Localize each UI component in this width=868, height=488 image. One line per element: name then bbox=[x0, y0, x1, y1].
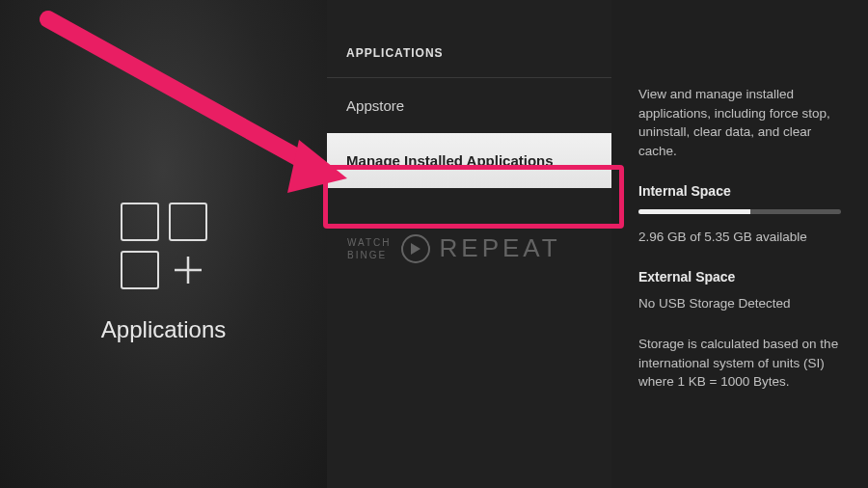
annotation-highlight-box bbox=[323, 165, 624, 229]
plus-icon bbox=[169, 251, 207, 289]
square-icon bbox=[169, 203, 207, 241]
storage-fill bbox=[638, 209, 750, 214]
square-icon bbox=[121, 251, 159, 289]
watermark: WATCH BINGE REPEAT bbox=[347, 233, 561, 263]
applications-icon bbox=[121, 203, 207, 289]
external-space-value: No USB Storage Detected bbox=[638, 294, 841, 313]
internal-space-value: 2.96 GB of 5.35 GB available bbox=[638, 228, 841, 247]
watermark-text: BINGE bbox=[347, 249, 392, 261]
watermark-text: REPEAT bbox=[440, 233, 561, 263]
play-icon bbox=[401, 234, 430, 263]
info-description: View and manage installed applications, … bbox=[638, 85, 841, 160]
storage-footnote: Storage is calculated based on the inter… bbox=[638, 335, 841, 392]
left-panel-title: Applications bbox=[101, 316, 226, 343]
internal-space-title: Internal Space bbox=[638, 181, 841, 201]
svg-marker-4 bbox=[411, 243, 420, 255]
info-panel: View and manage installed applications, … bbox=[611, 0, 868, 488]
menu-item-appstore[interactable]: Appstore bbox=[327, 78, 611, 133]
square-icon bbox=[121, 203, 159, 241]
watermark-text: WATCH bbox=[347, 236, 392, 249]
section-header: APPLICATIONS bbox=[327, 39, 611, 77]
annotation-arrow bbox=[29, 0, 347, 203]
storage-bar bbox=[638, 209, 841, 214]
external-space-title: External Space bbox=[638, 267, 841, 286]
svg-line-2 bbox=[48, 19, 318, 169]
